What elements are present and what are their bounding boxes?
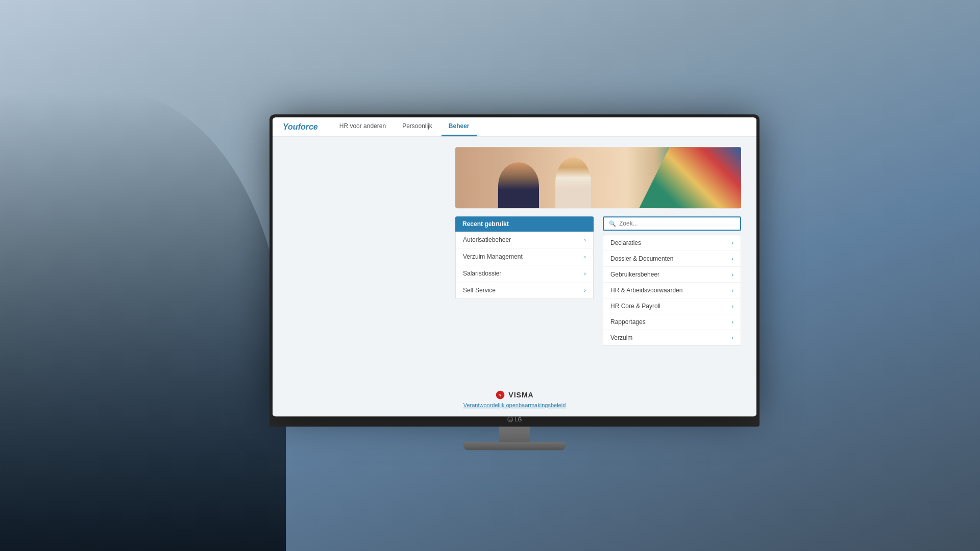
chevron-icon: ›	[731, 271, 733, 278]
right-panel: Recent gebruikt Autorisatiebeheer › Verz…	[455, 147, 741, 371]
content-columns: Recent gebruikt Autorisatiebeheer › Verz…	[455, 216, 741, 346]
search-input[interactable]	[619, 220, 735, 227]
visma-icon: V	[495, 390, 505, 400]
category-dossier[interactable]: Dossier & Documenten ›	[603, 251, 741, 267]
footer-link[interactable]: Verantwoordelijk openbaarmakingsbeleid	[463, 402, 566, 408]
hero-person1	[498, 162, 539, 208]
nav-items: HR voor anderen Persoonlijk Beheer	[332, 117, 477, 136]
nav-item-beheer[interactable]: Beheer	[442, 117, 477, 136]
stand-neck	[499, 427, 530, 442]
nav-bar: Youforce HR voor anderen Persoonlijk Beh…	[273, 117, 756, 137]
chevron-icon: ›	[731, 287, 733, 293]
category-rapportages[interactable]: Rapportages ›	[603, 314, 741, 330]
recent-item-salarisdossier[interactable]: Salarisdossier ›	[456, 265, 593, 282]
hero-bg-pattern	[639, 147, 741, 208]
hero-image	[455, 147, 741, 208]
nav-item-persoonlijk[interactable]: Persoonlijk	[395, 117, 439, 136]
chevron-icon: ›	[731, 256, 733, 262]
chevron-icon: ›	[731, 335, 733, 341]
app-logo[interactable]: Youforce	[283, 122, 318, 132]
col-recent: Recent gebruikt Autorisatiebeheer › Verz…	[455, 216, 594, 346]
col-categories: 🔍 Declaraties › Dossier & Documenten	[603, 216, 741, 346]
category-declaraties[interactable]: Declaraties ›	[603, 235, 741, 251]
chevron-icon: ›	[731, 240, 733, 246]
chevron-icon: ›	[731, 303, 733, 309]
category-gebruikersbeheer[interactable]: Gebruikersbeheer ›	[603, 267, 741, 283]
svg-text:V: V	[499, 393, 502, 397]
visma-logo: V VISMA	[495, 390, 533, 400]
recent-header: Recent gebruikt	[455, 216, 594, 232]
recent-item-autorisatiebeheer[interactable]: Autorisatiebeheer ›	[456, 232, 593, 248]
chevron-icon: ›	[584, 254, 586, 260]
lg-logo-icon: LG	[507, 416, 513, 422]
monitor-stand	[270, 427, 760, 450]
nav-item-hr[interactable]: HR voor anderen	[332, 117, 393, 136]
hero-person2	[555, 157, 591, 208]
footer: V VISMA Verantwoordelijk openbaarmakings…	[273, 382, 756, 416]
recent-item-self-service[interactable]: Self Service ›	[456, 282, 593, 298]
recent-item-verzuim-management[interactable]: Verzuim Management ›	[456, 248, 593, 265]
category-hr-core[interactable]: HR Core & Payroll ›	[603, 298, 741, 314]
main-content: Recent gebruikt Autorisatiebeheer › Verz…	[273, 137, 756, 382]
svg-text:LG: LG	[508, 418, 512, 421]
visma-brand: VISMA	[508, 391, 533, 399]
search-box: 🔍	[603, 216, 741, 231]
category-hr-arbeids[interactable]: HR & Arbeidsvoorwaarden ›	[603, 283, 741, 298]
stand-base	[463, 442, 566, 450]
chevron-icon: ›	[731, 319, 733, 325]
monitor-brand-label: LG LG	[507, 416, 522, 422]
chevron-icon: ›	[584, 287, 586, 293]
monitor-screen: Youforce HR voor anderen Persoonlijk Beh…	[273, 117, 756, 416]
category-list: Declaraties › Dossier & Documenten › Geb…	[603, 235, 741, 346]
left-spacer	[288, 147, 443, 371]
chevron-icon: ›	[584, 237, 586, 243]
chevron-icon: ›	[584, 270, 586, 277]
category-verzuim[interactable]: Verzuim ›	[603, 330, 741, 345]
recent-list: Autorisatiebeheer › Verzuim Management ›…	[455, 232, 594, 299]
search-icon: 🔍	[609, 220, 616, 227]
